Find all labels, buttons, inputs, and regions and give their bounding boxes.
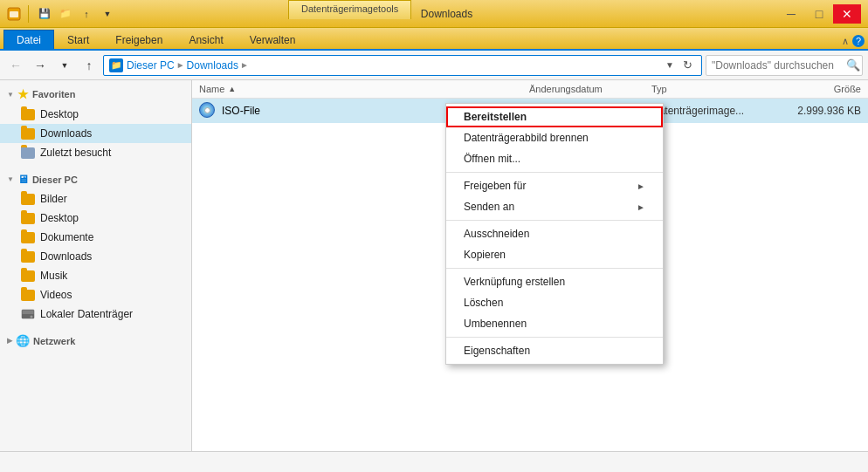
search-input[interactable] [712,59,843,72]
sidebar-group-favoriten[interactable]: ▼ ★ Favoriten [0,84,191,105]
address-pc[interactable]: Dieser PC [127,59,175,72]
folder-qat-button[interactable]: 📁 [57,5,74,23]
ctx-brennen[interactable]: Datenträgerabbild brennen [446,127,663,148]
sidebar-item-videos[interactable]: Videos [0,285,191,304]
sidebar-item-downloads2[interactable]: Downloads [0,247,191,266]
sidebar-item-musik[interactable]: Musik [0,266,191,285]
address-downloads[interactable]: Downloads [187,59,238,72]
refresh-button[interactable]: ↻ [679,57,696,74]
ctx-ausschneiden[interactable]: Ausschneiden [446,223,663,244]
ctx-umbenennen[interactable]: Umbenennen [446,313,663,334]
help-button[interactable]: ? [852,35,865,47]
ctx-offnen-mit[interactable]: Öffnen mit... [446,148,663,169]
sidebar-item-desktop2[interactable]: Desktop [0,209,191,228]
maximize-button[interactable]: □ [805,4,833,24]
col-type-header[interactable]: Typ [651,84,774,94]
sidebar-item-downloads[interactable]: Downloads [0,124,191,143]
star-icon: ★ [17,87,29,101]
window-icon [7,7,21,21]
ctx-bereitstellen[interactable]: Bereitstellen [446,106,663,127]
tab-verwalten[interactable]: Verwalten [237,30,309,49]
iso-file-icon [199,102,217,120]
col-size-header[interactable]: Größe [774,84,861,94]
dropdown-button[interactable]: ▼ [54,55,75,76]
folder-icon [21,211,35,225]
col-name-header[interactable]: Name ▲ [199,84,529,94]
content-area: Name ▲ Änderungsdatum Typ Größe [192,80,868,451]
close-button[interactable]: ✕ [833,4,861,24]
drive-icon [21,307,35,321]
sidebar-group-netzwerk[interactable]: ▶ 🌐 Netzwerk [0,331,191,351]
submenu-arrow-icon: ► [637,202,645,212]
ctx-eigenschaften[interactable]: Eigenschaften [446,340,663,361]
tab-datei[interactable]: Datei [3,30,54,49]
column-headers: Name ▲ Änderungsdatum Typ Größe [192,80,868,99]
ribbon-tabs: Datei Start Freigeben Ansicht Verwalten … [0,28,868,51]
context-menu: Bereitstellen Datenträgerabbild brennen … [445,103,664,365]
folder-icon [21,288,35,302]
toolbar: ← → ▼ ↑ 📁 Dieser PC ► Downloads ► ▼ ↻ 🔍 [0,51,868,80]
network-icon: 🌐 [16,334,30,347]
tab-freigeben[interactable]: Freigeben [102,30,176,49]
address-parts: Dieser PC ► Downloads ► [127,59,658,72]
sidebar-item-dokumente[interactable]: Dokumente [0,228,191,247]
search-box[interactable]: 🔍 [706,55,863,76]
title-bar: 💾 📁 ↑ ▼ Datenträgerimagetools Downloads … [0,0,868,28]
sort-arrow-icon: ▲ [228,85,236,93]
ctx-separator-4 [446,337,663,338]
datentraeger-tools-tab[interactable]: Datenträgerimagetools [288,0,411,19]
file-size: 2.999.936 KB [774,105,861,117]
ctx-freigeben[interactable]: Freigeben für ► [446,175,663,196]
pc-icon: 🖥 [17,173,29,186]
up-qat-button[interactable]: ↑ [78,5,95,23]
minimize-button[interactable]: ─ [777,4,805,24]
ctx-loschen[interactable]: Löschen [446,292,663,313]
address-bar[interactable]: 📁 Dieser PC ► Downloads ► ▼ ↻ [103,55,702,76]
sidebar-item-zuletzt[interactable]: Zuletzt besucht [0,143,191,162]
folder-icon [21,192,35,206]
ctx-kopieren[interactable]: Kopieren [446,244,663,265]
sidebar-spacer [0,162,191,169]
window-controls: ─ □ ✕ [777,4,861,24]
ctx-separator-2 [446,220,663,221]
sidebar-spacer2 [0,324,191,331]
forward-button[interactable]: → [30,55,51,76]
tab-ansicht[interactable]: Ansicht [176,30,236,49]
svg-rect-1 [10,11,18,17]
folder-icon [21,146,35,160]
folder-icon [21,127,35,140]
ctx-senden-an[interactable]: Senden an ► [446,196,663,217]
back-button[interactable]: ← [5,55,26,76]
qat-separator [28,5,29,23]
address-dropdown-button[interactable]: ▼ [661,57,679,74]
ribbon-right-controls: ∧ ? [842,35,865,49]
ctx-separator-3 [446,268,663,269]
folder-icon [21,269,35,283]
up-button[interactable]: ↑ [79,55,100,76]
folder-address-icon: 📁 [109,58,123,72]
sidebar-item-bilder[interactable]: Bilder [0,189,191,209]
customize-qat-button[interactable]: ▼ [99,5,116,23]
save-qat-button[interactable]: 💾 [36,5,53,23]
chevron-icon: ▼ [7,91,14,99]
sidebar: ▼ ★ Favoriten Desktop Downloads Zuletzt … [0,80,192,451]
sidebar-group-pc[interactable]: ▼ 🖥 Dieser PC [0,169,191,189]
svg-point-4 [31,316,33,318]
file-type: Datenträgerimage... [651,105,774,117]
folder-icon [21,107,35,121]
tab-start[interactable]: Start [54,30,102,49]
ctx-verknuepfung[interactable]: Verknüpfung erstellen [446,271,663,292]
status-bar [0,451,868,472]
col-date-header[interactable]: Änderungsdatum [529,84,651,94]
folder-icon [21,250,35,263]
sidebar-item-lokaler-datentraeger[interactable]: Lokaler Datenträger [0,304,191,324]
chevron-icon: ▼ [7,175,14,183]
quick-access-toolbar: 💾 📁 ↑ ▼ [7,5,116,23]
window-title: Downloads [116,8,777,20]
main-area: ▼ ★ Favoriten Desktop Downloads Zuletzt … [0,80,868,451]
folder-icon [21,230,35,244]
ribbon-minimize-button[interactable]: ∧ [842,36,849,47]
submenu-arrow-icon: ► [637,181,645,191]
address-actions: ▼ ↻ [661,57,696,74]
sidebar-item-desktop[interactable]: Desktop [0,105,191,124]
